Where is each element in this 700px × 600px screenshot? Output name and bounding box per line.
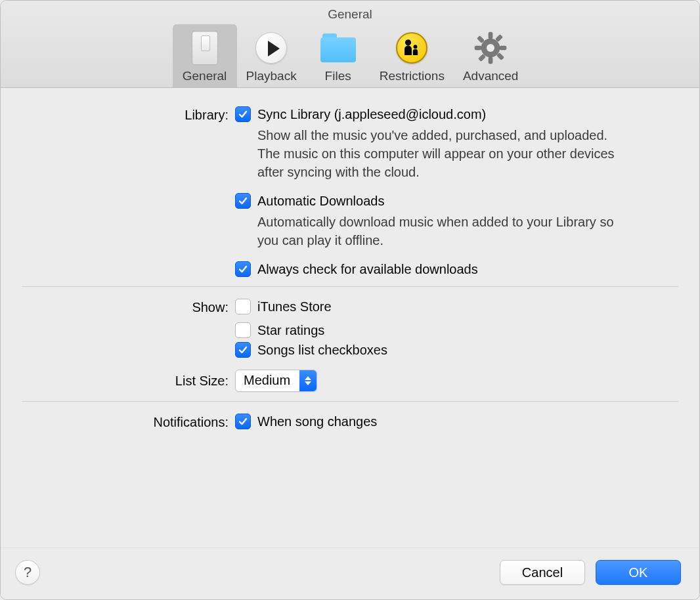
tab-advanced[interactable]: Advanced bbox=[454, 24, 528, 87]
preferences-toolbar: General Playback Files bbox=[1, 24, 699, 87]
svg-point-0 bbox=[405, 39, 411, 45]
tab-label: Advanced bbox=[463, 69, 519, 83]
sync-library-label: Sync Library (j.appleseed@icloud.com) bbox=[257, 107, 486, 122]
always-check-label: Always check for available downloads bbox=[257, 262, 478, 277]
when-song-changes-checkbox[interactable] bbox=[235, 414, 251, 429]
list-size-value: Medium bbox=[236, 370, 299, 391]
svg-rect-7 bbox=[477, 35, 485, 43]
show-label: Show: bbox=[22, 299, 235, 315]
svg-rect-6 bbox=[500, 46, 506, 50]
tab-label: General bbox=[183, 69, 227, 83]
svg-rect-4 bbox=[489, 57, 492, 64]
tab-general[interactable]: General bbox=[173, 24, 237, 87]
divider bbox=[22, 401, 678, 402]
notifications-label: Notifications: bbox=[22, 414, 235, 430]
tab-label: Restrictions bbox=[380, 69, 445, 83]
tab-label: Files bbox=[325, 69, 351, 83]
footer: ? Cancel OK bbox=[1, 547, 699, 599]
svg-point-1 bbox=[414, 45, 418, 49]
tab-playback[interactable]: Playback bbox=[237, 24, 306, 87]
window-title: General bbox=[1, 1, 699, 24]
itunes-store-checkbox[interactable] bbox=[235, 299, 251, 314]
content-area: Library: Sync Library (j.appleseed@iclou… bbox=[1, 88, 699, 547]
svg-rect-8 bbox=[497, 53, 504, 60]
automatic-downloads-help: Automatically download music when added … bbox=[257, 213, 625, 249]
itunes-store-label: iTunes Store bbox=[257, 299, 332, 314]
svg-rect-3 bbox=[489, 32, 492, 39]
preferences-window: General General Playback Files bbox=[0, 0, 700, 600]
automatic-downloads-label: Automatic Downloads bbox=[257, 194, 384, 209]
general-icon bbox=[192, 31, 218, 65]
stepper-icon bbox=[299, 370, 317, 391]
tab-label: Playback bbox=[246, 69, 297, 83]
titlebar: General General Playback Files bbox=[1, 1, 699, 88]
list-size-select[interactable]: Medium bbox=[235, 370, 317, 392]
ok-button[interactable]: OK bbox=[596, 560, 681, 585]
svg-rect-10 bbox=[479, 54, 486, 61]
tab-restrictions[interactable]: Restrictions bbox=[370, 24, 454, 87]
help-button[interactable]: ? bbox=[15, 560, 40, 585]
parental-icon bbox=[396, 32, 427, 64]
svg-rect-9 bbox=[496, 34, 503, 41]
divider bbox=[22, 286, 678, 287]
svg-rect-5 bbox=[475, 46, 481, 50]
cancel-button[interactable]: Cancel bbox=[500, 560, 585, 585]
songs-list-checkboxes-label: Songs list checkboxes bbox=[257, 343, 387, 358]
gear-icon bbox=[473, 31, 508, 65]
help-icon: ? bbox=[24, 564, 32, 581]
svg-point-11 bbox=[487, 44, 494, 52]
sync-library-help: Show all the music you've added, purchas… bbox=[257, 126, 625, 181]
when-song-changes-label: When song changes bbox=[257, 414, 377, 429]
songs-list-checkboxes-checkbox[interactable] bbox=[235, 342, 251, 358]
sync-library-checkbox[interactable] bbox=[235, 106, 251, 122]
tab-files[interactable]: Files bbox=[306, 24, 370, 87]
automatic-downloads-checkbox[interactable] bbox=[235, 193, 251, 209]
library-label: Library: bbox=[22, 106, 235, 123]
list-size-label: List Size: bbox=[22, 370, 235, 389]
folder-icon bbox=[320, 33, 356, 62]
star-ratings-label: Star ratings bbox=[257, 323, 324, 338]
star-ratings-checkbox[interactable] bbox=[235, 322, 251, 338]
always-check-checkbox[interactable] bbox=[235, 261, 251, 277]
play-icon bbox=[255, 32, 287, 64]
